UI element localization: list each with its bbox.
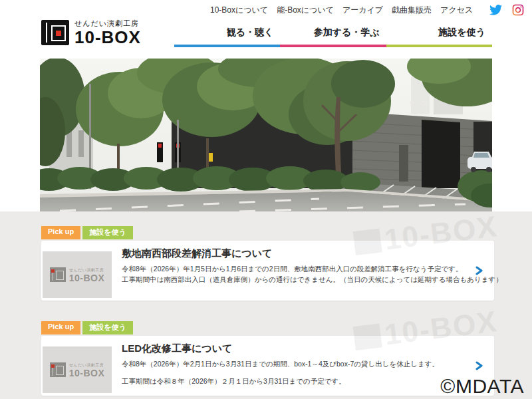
news-title: 敷地南西部段差解消工事について: [122, 247, 272, 260]
nav-item-join-learn[interactable]: 参加する・学ぶ: [280, 19, 386, 47]
utility-link-archive[interactable]: アーカイブ: [342, 5, 383, 16]
facility-photo-illustration: チバ文: [40, 59, 492, 211]
utility-nav: 10-Boxについて 能-Boxについて アーカイブ 戯曲集販売 アクセス: [210, 4, 532, 16]
nav-item-use-facility[interactable]: 施設を使う: [386, 19, 492, 47]
brand-name: 10-BOX: [74, 29, 141, 47]
main-nav: 観る・聴く 参加する・学ぶ 施設を使う: [174, 19, 492, 47]
news-body-line: 工事期間は令和８年（2026年）２月１日から3月31日までの予定です。: [122, 376, 439, 386]
site-logo[interactable]: せんだい演劇工房 10-BOX: [41, 19, 141, 47]
pickup-badge: Pick up: [41, 321, 80, 334]
mdata-watermark: ©MDATA: [440, 375, 524, 398]
news-thumbnail: せんだい演劇工房 10-BOX: [43, 251, 112, 298]
thumbnail-logo: せんだい演劇工房 10-BOX: [50, 362, 105, 378]
thumbnail-logo-name: 10-BOX: [69, 368, 105, 378]
news-body-line: 令和8年（2026年）年1月5日から1月6日までの2日間、敷地南西部出入口の段差…: [122, 263, 503, 274]
utility-link-playbook-sales[interactable]: 戯曲集販売: [392, 5, 432, 16]
chevron-right-icon[interactable]: [474, 361, 483, 370]
news-card-step-elimination[interactable]: 10-BOX せんだい演劇工房 10-BOX 敷地南西部段差解消工事について 令…: [41, 241, 494, 301]
brand-text: せんだい演劇工房 10-BOX: [74, 19, 141, 47]
news-2-badges: Pick up 施設を使う: [41, 321, 133, 334]
news-1-badges: Pick up 施設を使う: [41, 226, 133, 239]
utility-link-access[interactable]: アクセス: [440, 5, 473, 16]
utility-link-about-10box[interactable]: 10-Boxについて: [210, 5, 268, 16]
news-card-led-renovation[interactable]: 10-BOX せんだい演劇工房 10-BOX LED化改修工事について 令和8年…: [41, 336, 494, 396]
thumbnail-logo: せんだい演劇工房 10-BOX: [50, 267, 105, 283]
utility-link-about-nohbox[interactable]: 能-Boxについて: [277, 5, 334, 16]
category-badge-use-facility: 施設を使う: [82, 226, 133, 239]
news-body: 令和8年（2026年）年1月5日から1月6日までの2日間、敷地南西部出入口の段差…: [122, 263, 503, 285]
instagram-icon[interactable]: [512, 4, 524, 16]
page: 10-Boxについて 能-Boxについて アーカイブ 戯曲集販売 アクセス: [0, 0, 532, 399]
category-badge-use-facility: 施設を使う: [82, 321, 133, 334]
social-links: YouTube: [489, 4, 532, 16]
news-thumbnail: せんだい演劇工房 10-BOX: [43, 346, 112, 393]
twitter-icon[interactable]: [489, 5, 502, 15]
chevron-right-icon[interactable]: [474, 266, 483, 275]
svg-text:チバ文: チバ文: [410, 100, 428, 106]
thumbnail-logo-mark-icon: [50, 267, 66, 282]
logo-mark-icon: [41, 20, 69, 45]
news-body-line: 工事期間中は南西部出入口（道具倉庫側）からの通行はできません。（当日の天候によっ…: [122, 274, 503, 285]
thumbnail-logo-name: 10-BOX: [69, 273, 105, 283]
news-body-line: 令和8年（2026年）年2月1日から3月31日までの期間、box-1～4及びbo…: [122, 358, 439, 369]
thumbnail-logo-mark-icon: [50, 362, 66, 377]
nav-item-watch-listen[interactable]: 観る・聴く: [174, 19, 280, 47]
facility-photo: チバ文: [40, 59, 492, 211]
news-body: 令和8年（2026年）年2月1日から3月31日までの期間、box-1～4及びbo…: [122, 358, 439, 387]
news-title: LED化改修工事について: [122, 342, 232, 355]
pickup-badge: Pick up: [41, 226, 80, 239]
